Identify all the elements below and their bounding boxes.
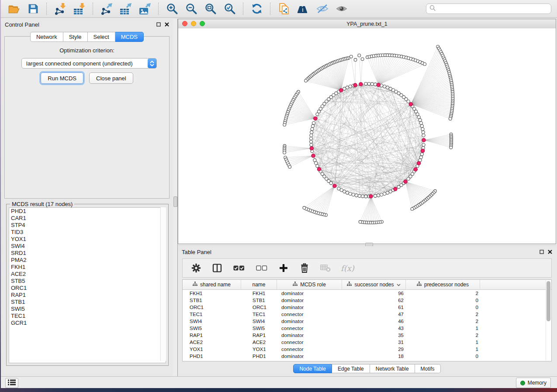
mcds-result-item[interactable]: STP4 [9, 222, 166, 229]
network-leaf-node[interactable] [349, 55, 353, 58]
cell-successor_nodes[interactable]: 29 [342, 347, 406, 352]
network-node[interactable] [389, 87, 392, 90]
network-node[interactable] [422, 134, 425, 137]
binoculars-icon[interactable] [296, 2, 310, 15]
window-minimize-icon[interactable] [191, 21, 196, 26]
cell-mcds_role[interactable]: dominator [277, 333, 342, 338]
mcds-result-item[interactable]: SWI5 [9, 306, 166, 313]
network-node[interactable] [377, 194, 380, 197]
network-node[interactable] [420, 124, 423, 127]
cell-name[interactable]: SWI4 [241, 319, 277, 324]
zoom-fit-icon[interactable] [204, 2, 218, 15]
network-node[interactable] [311, 124, 314, 127]
cell-shared_name[interactable]: ORC1 [183, 305, 241, 310]
delete-icon[interactable] [299, 262, 310, 274]
network-mcds-hub-node[interactable] [353, 83, 357, 87]
close-panel-button[interactable]: Close panel [89, 72, 133, 84]
cell-successor_nodes[interactable]: 96 [342, 291, 406, 296]
cell-shared_name[interactable]: STB1 [183, 298, 241, 303]
network-node[interactable] [343, 190, 346, 193]
cell-successor_nodes[interactable]: 62 [342, 298, 406, 303]
cell-successor_nodes[interactable]: 46 [342, 319, 406, 324]
network-mcds-hub-node[interactable] [359, 83, 363, 86]
network-node[interactable] [361, 195, 364, 198]
network-mcds-hub-node[interactable] [333, 184, 336, 188]
network-node[interactable] [422, 131, 425, 134]
mcds-result-item[interactable]: ACE2 [9, 271, 166, 278]
float-panel-icon[interactable] [540, 249, 544, 255]
tab-edge-table[interactable]: Edge Table [332, 364, 370, 373]
column-header-shared-name[interactable]: shared name [183, 280, 241, 289]
network-node[interactable] [419, 121, 422, 124]
cell-predecessor_nodes[interactable]: 0 [406, 354, 480, 359]
network-leaf-node[interactable] [358, 54, 361, 57]
network-node[interactable] [309, 137, 312, 140]
table-row[interactable]: PHD1PHD1dominator180 [183, 353, 551, 360]
cell-predecessor_nodes[interactable]: 2 [406, 312, 480, 317]
network-leaf-node[interactable] [361, 58, 364, 61]
splitter-grip[interactable] [173, 196, 177, 207]
network-node[interactable] [421, 127, 424, 131]
memory-button[interactable]: Memory [516, 378, 551, 388]
cell-mcds_role[interactable]: dominator [277, 305, 342, 310]
mcds-result-item[interactable]: TEC1 [9, 313, 166, 320]
network-node[interactable] [386, 86, 389, 89]
network-node[interactable] [329, 182, 332, 185]
import-network-icon[interactable] [53, 2, 67, 15]
network-node[interactable] [355, 194, 358, 197]
cell-successor_nodes[interactable]: 43 [342, 326, 406, 331]
mcds-result-list[interactable]: PHD1CAR1STP4TID3YOX1SWI4SRD1PMA2FKH1ACE2… [9, 207, 166, 363]
network-mcds-hub-node[interactable] [377, 83, 380, 86]
mcds-result-item[interactable]: RAP1 [9, 292, 166, 299]
mcds-result-item[interactable]: SWI4 [9, 243, 166, 250]
network-node[interactable] [312, 121, 315, 124]
network-node[interactable] [310, 134, 313, 137]
refresh-icon[interactable] [250, 2, 264, 15]
export-table-icon[interactable] [119, 2, 133, 15]
cell-shared_name[interactable]: SWI4 [183, 319, 241, 324]
network-mcds-hub-node[interactable] [394, 187, 397, 191]
copy-style-icon[interactable] [277, 2, 291, 15]
cell-shared_name[interactable]: SWI5 [183, 326, 241, 331]
cell-shared_name[interactable]: TEC1 [183, 312, 241, 317]
table-row[interactable]: SWI4SWI4dominator462 [183, 318, 551, 325]
add-icon[interactable] [278, 262, 289, 274]
mcds-result-item[interactable]: SRD1 [9, 250, 166, 257]
network-node[interactable] [374, 194, 377, 197]
run-mcds-button[interactable]: Run MCDS [41, 72, 83, 84]
network-mcds-hub-node[interactable] [369, 195, 373, 198]
mcds-result-item[interactable]: FKH1 [9, 264, 166, 271]
network-node[interactable] [346, 86, 349, 89]
cell-mcds_role[interactable]: dominator [277, 291, 342, 296]
cell-name[interactable]: TEC1 [241, 312, 277, 317]
cell-predecessor_nodes[interactable]: 1 [406, 347, 480, 352]
network-mcds-hub-node[interactable] [417, 162, 420, 165]
network-mcds-hub-node[interactable] [422, 138, 426, 142]
zoom-selected-icon[interactable] [223, 2, 237, 15]
tab-network-table[interactable]: Network Table [370, 364, 415, 373]
network-mcds-hub-node[interactable] [310, 147, 313, 150]
table-scrollbar[interactable] [546, 280, 551, 361]
cell-mcds_role[interactable]: dominator [277, 354, 342, 359]
cell-name[interactable]: PHD1 [241, 354, 277, 359]
network-node[interactable] [316, 165, 319, 168]
cell-name[interactable]: SWI5 [241, 326, 277, 331]
network-leaf-node[interactable] [283, 123, 286, 126]
cell-name[interactable]: STB1 [241, 298, 277, 303]
cell-mcds_role[interactable]: connector [277, 312, 342, 317]
table-row[interactable]: TEC1TEC1connector472 [183, 311, 551, 318]
column-header-MCDS-role[interactable]: MCDS role [277, 280, 342, 289]
search-input[interactable] [426, 3, 551, 14]
network-node[interactable] [380, 193, 383, 196]
mcds-result-item[interactable]: CAR1 [9, 215, 166, 222]
export-network-icon[interactable] [100, 2, 114, 15]
cell-successor_nodes[interactable]: 35 [342, 333, 406, 338]
cell-shared_name[interactable]: PHD1 [183, 354, 241, 359]
cell-shared_name[interactable]: FKH1 [183, 291, 241, 296]
network-node[interactable] [310, 143, 313, 146]
mcds-result-item[interactable]: ORC1 [9, 285, 166, 292]
panel-menu-button[interactable] [5, 378, 18, 388]
window-close-icon[interactable] [182, 21, 187, 26]
mcds-result-item[interactable]: STB5 [9, 278, 166, 285]
network-node[interactable] [419, 118, 422, 121]
